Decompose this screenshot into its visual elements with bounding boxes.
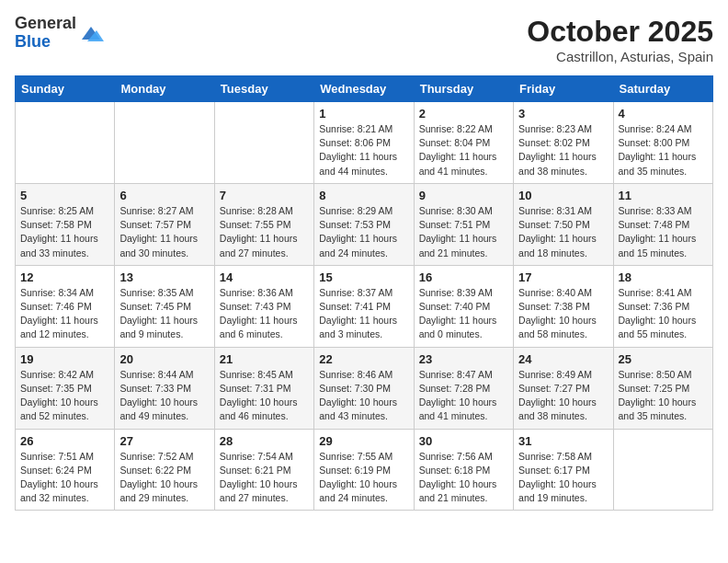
calendar-cell: 29Sunrise: 7:55 AM Sunset: 6:19 PM Dayli… <box>314 429 414 511</box>
day-number: 24 <box>518 352 608 366</box>
calendar-cell: 15Sunrise: 8:37 AM Sunset: 7:41 PM Dayli… <box>314 265 414 347</box>
logo-blue: Blue <box>15 32 51 51</box>
week-row-4: 19Sunrise: 8:42 AM Sunset: 7:35 PM Dayli… <box>16 347 713 429</box>
day-number: 15 <box>319 270 408 284</box>
header: General Blue October 2025 Castrillon, As… <box>15 15 713 64</box>
week-row-1: 1Sunrise: 8:21 AM Sunset: 8:06 PM Daylig… <box>16 102 713 184</box>
calendar-cell: 3Sunrise: 8:23 AM Sunset: 8:02 PM Daylig… <box>514 102 613 184</box>
day-number: 30 <box>419 434 508 448</box>
day-number: 20 <box>119 352 209 366</box>
day-info: Sunrise: 8:40 AM Sunset: 7:38 PM Dayligh… <box>518 286 608 342</box>
day-info: Sunrise: 8:41 AM Sunset: 7:36 PM Dayligh… <box>619 286 708 342</box>
weekday-header-thursday: Thursday <box>414 76 513 102</box>
day-info: Sunrise: 7:58 AM Sunset: 6:17 PM Dayligh… <box>518 450 608 506</box>
day-number: 19 <box>20 352 109 366</box>
calendar-cell <box>613 429 712 511</box>
calendar-cell <box>115 102 214 184</box>
calendar-cell: 4Sunrise: 8:24 AM Sunset: 8:00 PM Daylig… <box>613 102 712 184</box>
day-number: 14 <box>220 270 309 284</box>
day-number: 18 <box>619 270 708 284</box>
calendar-cell: 16Sunrise: 8:39 AM Sunset: 7:40 PM Dayli… <box>414 265 513 347</box>
weekday-header-saturday: Saturday <box>613 76 712 102</box>
calendar-cell: 25Sunrise: 8:50 AM Sunset: 7:25 PM Dayli… <box>613 347 712 429</box>
calendar-cell: 18Sunrise: 8:41 AM Sunset: 7:36 PM Dayli… <box>613 265 712 347</box>
calendar-cell: 5Sunrise: 8:25 AM Sunset: 7:58 PM Daylig… <box>16 183 115 265</box>
calendar-cell: 13Sunrise: 8:35 AM Sunset: 7:45 PM Dayli… <box>115 265 214 347</box>
week-row-5: 26Sunrise: 7:51 AM Sunset: 6:24 PM Dayli… <box>16 429 713 511</box>
calendar-cell: 8Sunrise: 8:29 AM Sunset: 7:53 PM Daylig… <box>314 183 414 265</box>
calendar-cell: 21Sunrise: 8:45 AM Sunset: 7:31 PM Dayli… <box>214 347 313 429</box>
week-row-3: 12Sunrise: 8:34 AM Sunset: 7:46 PM Dayli… <box>16 265 713 347</box>
day-number: 6 <box>119 189 209 202</box>
calendar-cell: 20Sunrise: 8:44 AM Sunset: 7:33 PM Dayli… <box>115 347 214 429</box>
logo-icon <box>78 23 104 43</box>
day-number: 7 <box>220 189 309 202</box>
calendar-cell: 1Sunrise: 8:21 AM Sunset: 8:06 PM Daylig… <box>314 102 414 184</box>
day-info: Sunrise: 8:46 AM Sunset: 7:30 PM Dayligh… <box>319 368 408 424</box>
day-number: 25 <box>619 352 708 366</box>
calendar-cell: 30Sunrise: 7:56 AM Sunset: 6:18 PM Dayli… <box>414 429 513 511</box>
day-number: 26 <box>20 434 109 448</box>
weekday-header-wednesday: Wednesday <box>314 76 414 102</box>
day-number: 21 <box>220 352 309 366</box>
day-info: Sunrise: 8:47 AM Sunset: 7:28 PM Dayligh… <box>419 368 508 424</box>
day-number: 8 <box>319 189 408 202</box>
day-info: Sunrise: 8:49 AM Sunset: 7:27 PM Dayligh… <box>518 368 608 424</box>
day-number: 4 <box>619 107 708 121</box>
day-info: Sunrise: 8:29 AM Sunset: 7:53 PM Dayligh… <box>319 204 408 260</box>
day-info: Sunrise: 7:54 AM Sunset: 6:21 PM Dayligh… <box>220 450 309 506</box>
day-number: 1 <box>319 107 408 121</box>
day-info: Sunrise: 8:31 AM Sunset: 7:50 PM Dayligh… <box>518 204 608 260</box>
month-title: October 2025 <box>527 15 713 49</box>
day-number: 5 <box>20 189 109 202</box>
day-info: Sunrise: 7:55 AM Sunset: 6:19 PM Dayligh… <box>319 450 408 506</box>
day-number: 22 <box>319 352 408 366</box>
day-number: 29 <box>319 434 408 448</box>
calendar-cell: 27Sunrise: 7:52 AM Sunset: 6:22 PM Dayli… <box>115 429 214 511</box>
calendar-cell: 11Sunrise: 8:33 AM Sunset: 7:48 PM Dayli… <box>613 183 712 265</box>
calendar-cell: 24Sunrise: 8:49 AM Sunset: 7:27 PM Dayli… <box>514 347 613 429</box>
day-info: Sunrise: 8:34 AM Sunset: 7:46 PM Dayligh… <box>20 286 109 342</box>
calendar-cell: 17Sunrise: 8:40 AM Sunset: 7:38 PM Dayli… <box>514 265 613 347</box>
day-info: Sunrise: 8:21 AM Sunset: 8:06 PM Dayligh… <box>319 122 408 178</box>
day-info: Sunrise: 8:42 AM Sunset: 7:35 PM Dayligh… <box>20 368 109 424</box>
day-info: Sunrise: 8:23 AM Sunset: 8:02 PM Dayligh… <box>518 122 608 178</box>
calendar-cell: 23Sunrise: 8:47 AM Sunset: 7:28 PM Dayli… <box>414 347 513 429</box>
day-info: Sunrise: 8:28 AM Sunset: 7:55 PM Dayligh… <box>220 204 309 260</box>
day-number: 2 <box>419 107 508 121</box>
day-number: 16 <box>419 270 508 284</box>
title-block: October 2025 Castrillon, Asturias, Spain <box>527 15 713 64</box>
day-info: Sunrise: 8:45 AM Sunset: 7:31 PM Dayligh… <box>220 368 309 424</box>
day-info: Sunrise: 8:27 AM Sunset: 7:57 PM Dayligh… <box>119 204 209 260</box>
location-title: Castrillon, Asturias, Spain <box>527 49 713 64</box>
day-info: Sunrise: 8:22 AM Sunset: 8:04 PM Dayligh… <box>419 122 508 178</box>
calendar-cell: 6Sunrise: 8:27 AM Sunset: 7:57 PM Daylig… <box>115 183 214 265</box>
day-number: 10 <box>518 189 608 202</box>
day-info: Sunrise: 7:52 AM Sunset: 6:22 PM Dayligh… <box>119 450 209 506</box>
day-number: 12 <box>20 270 109 284</box>
day-info: Sunrise: 8:35 AM Sunset: 7:45 PM Dayligh… <box>119 286 209 342</box>
calendar-cell: 9Sunrise: 8:30 AM Sunset: 7:51 PM Daylig… <box>414 183 513 265</box>
weekday-header-monday: Monday <box>115 76 214 102</box>
day-number: 28 <box>220 434 309 448</box>
day-number: 11 <box>619 189 708 202</box>
day-info: Sunrise: 7:51 AM Sunset: 6:24 PM Dayligh… <box>20 450 109 506</box>
day-info: Sunrise: 8:37 AM Sunset: 7:41 PM Dayligh… <box>319 286 408 342</box>
calendar-cell: 19Sunrise: 8:42 AM Sunset: 7:35 PM Dayli… <box>16 347 115 429</box>
week-row-2: 5Sunrise: 8:25 AM Sunset: 7:58 PM Daylig… <box>16 183 713 265</box>
calendar-cell: 26Sunrise: 7:51 AM Sunset: 6:24 PM Dayli… <box>16 429 115 511</box>
calendar-cell: 31Sunrise: 7:58 AM Sunset: 6:17 PM Dayli… <box>514 429 613 511</box>
day-info: Sunrise: 8:50 AM Sunset: 7:25 PM Dayligh… <box>619 368 708 424</box>
day-number: 27 <box>119 434 209 448</box>
day-info: Sunrise: 8:25 AM Sunset: 7:58 PM Dayligh… <box>20 204 109 260</box>
calendar-cell: 22Sunrise: 8:46 AM Sunset: 7:30 PM Dayli… <box>314 347 414 429</box>
day-info: Sunrise: 7:56 AM Sunset: 6:18 PM Dayligh… <box>419 450 508 506</box>
calendar-table: SundayMondayTuesdayWednesdayThursdayFrid… <box>15 75 713 511</box>
day-number: 23 <box>419 352 508 366</box>
day-info: Sunrise: 8:44 AM Sunset: 7:33 PM Dayligh… <box>119 368 209 424</box>
calendar-cell <box>214 102 313 184</box>
day-info: Sunrise: 8:39 AM Sunset: 7:40 PM Dayligh… <box>419 286 508 342</box>
day-number: 3 <box>518 107 608 121</box>
calendar-cell: 28Sunrise: 7:54 AM Sunset: 6:21 PM Dayli… <box>214 429 313 511</box>
logo: General Blue <box>15 15 104 52</box>
